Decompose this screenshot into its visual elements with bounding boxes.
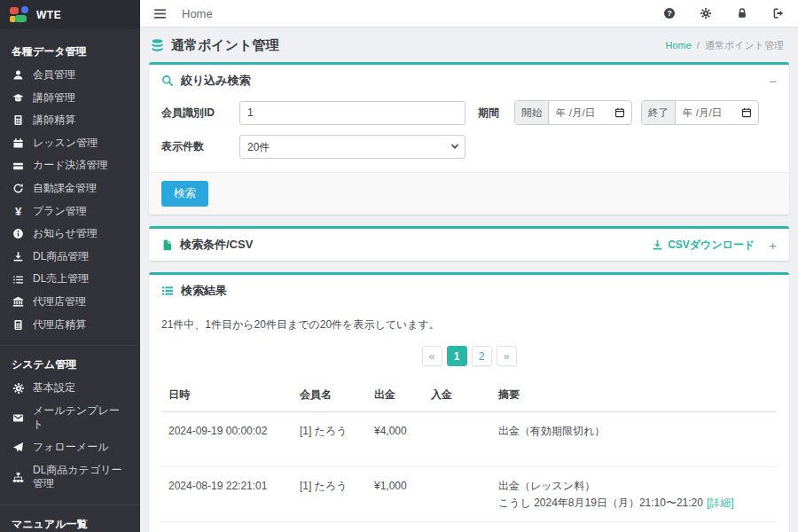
nav-section-system: システム管理 基本設定 メールテンプレート フォローメール DL商品カテゴリー管… [0,345,140,501]
sidebar-item-instructor-management[interactable]: 講師管理 [0,87,140,110]
sidebar-item-member-management[interactable]: 会員管理 [0,64,140,87]
gear-icon[interactable] [700,7,712,20]
bank-icon [12,296,25,308]
sidebar-item-label: 講師管理 [33,91,75,106]
user-icon [12,69,25,81]
results-card-title: 検索結果 [181,283,227,299]
credit-card-icon [12,160,25,172]
sidebar-item-auto-billing-management[interactable]: 自動課金管理 [0,177,140,200]
filter-footer: 検索 [149,172,789,215]
nav-section-manual: マニュアル一覧 WTE操作マニュアル [0,505,140,532]
column-header-withdraw: 出金 [367,379,424,412]
results-card-header: 検索結果 [149,275,789,307]
sidebar-item-follow-mail[interactable]: フォローメール [0,436,140,459]
page-title: 通常ポイント管理 [150,37,278,54]
sidebar: WTE 各種データ管理 会員管理 講師管理 講師精算 [0,0,140,532]
cell-withdraw: ¥1,000 [367,467,424,522]
breadcrumb-home-link[interactable]: Home [665,40,691,51]
per-page-label: 表示件数 [161,139,239,154]
start-date-value: 年 /月/日 [549,106,613,120]
sidebar-item-dl-product-management[interactable]: DL商品管理 [0,246,140,269]
info-icon [12,228,25,239]
app-window: WTE 各種データ管理 会員管理 講師管理 講師精算 [0,0,798,532]
calculator-icon [12,114,25,126]
sidebar-item-news-management[interactable]: お知らせ管理 [0,223,140,246]
sidebar-item-dl-product-category-management[interactable]: DL商品カテゴリー管理 [0,459,140,496]
column-header-member: 会員名 [293,379,367,412]
topbar-home-link[interactable]: Home [182,7,213,20]
results-list-icon [161,285,174,297]
logo-text: WTE [36,9,61,21]
menu-icon[interactable] [153,7,167,20]
filter-card-title: 絞り込み検索 [181,73,251,89]
end-date-input[interactable]: 終了 年 /月/日 [641,100,759,125]
detail-link[interactable]: [詳細] [707,497,734,509]
lock-icon[interactable] [736,7,748,20]
cell-deposit [424,412,491,467]
topbar: Home ? [140,0,798,27]
breadcrumb-separator: / [697,40,700,51]
filter-card: 絞り込み検索 − 会員識別ID 期間 開始 年 /月/日 [149,62,789,215]
sidebar-item-label: 講師精算 [33,113,75,128]
topbar-actions: ? [663,7,785,20]
page-content: 通常ポイント管理 Home / 通常ポイント管理 絞り込み検索 − [140,27,798,532]
list-icon [12,274,25,286]
pagination-page-2[interactable]: 2 [472,346,492,366]
table-row: 2024-08-19 22:21:01 [1] たろう ¥1,000 出金（レッ… [161,467,777,522]
pagination-page-1[interactable]: 1 [447,346,467,366]
column-header-summary: 摘要 [491,379,777,412]
sidebar-item-label: お知らせ管理 [33,227,98,241]
sitemap-icon [12,472,25,483]
logout-icon[interactable] [772,7,785,20]
sidebar-item-label: 会員管理 [33,68,75,82]
envelope-icon [12,412,25,424]
cell-summary: 出金（有効期限切れ） [491,412,777,467]
coins-icon [150,38,165,53]
breadcrumb-current: 通常ポイント管理 [705,40,784,51]
pagination-prev-button[interactable]: « [422,346,442,366]
nav-section-title: マニュアル一覧 [0,509,140,532]
csv-download-link[interactable]: CSVダウンロード [652,238,755,253]
cell-summary: 出金（レッスン料） こうし 2024年8月19日（月）21:00〜21:10[詳… [491,522,777,532]
sidebar-item-label: DL商品管理 [33,250,89,264]
paper-plane-icon [12,442,25,453]
csv-card-title: 検索条件/CSV [180,237,253,253]
collapse-icon[interactable]: − [769,74,777,88]
sidebar-item-card-payment-management[interactable]: カード決済管理 [0,154,140,177]
cell-member: [1] たろう [293,467,367,522]
calendar-picker-icon[interactable] [739,107,758,118]
member-id-input[interactable] [239,101,466,125]
page-head: 通常ポイント管理 Home / 通常ポイント管理 [140,27,798,62]
sidebar-item-basic-settings[interactable]: 基本設定 [0,377,140,400]
cell-member: [1] たろう [293,412,367,467]
refresh-icon [12,183,25,194]
calculator-icon [12,319,25,331]
calendar-picker-icon[interactable] [613,107,631,118]
pagination-next-button[interactable]: » [497,346,517,366]
sidebar-item-mail-template[interactable]: メールテンプレート [0,400,140,436]
help-icon[interactable]: ? [663,7,676,20]
expand-icon[interactable]: + [769,239,777,252]
pagination: « 1 2 » [161,346,777,366]
sidebar-item-label: DL商品カテゴリー管理 [33,464,129,491]
sidebar-item-label: フォローメール [33,441,108,455]
per-page-select[interactable]: 20件 [239,135,466,159]
member-id-label: 会員識別ID [161,106,239,121]
search-icon [161,74,174,87]
sidebar-item-plan-management[interactable]: ¥ プラン管理 [0,200,140,223]
download-icon [12,251,25,262]
sidebar-item-lesson-management[interactable]: レッスン管理 [0,132,140,155]
end-date-value: 年 /月/日 [676,106,739,120]
sidebar-item-dl-sales-management[interactable]: DL売上管理 [0,268,140,291]
start-date-input[interactable]: 開始 年 /月/日 [514,100,632,125]
results-summary: 21件中、1件目から20件目までの20件を表示しています。 [161,317,777,332]
search-button[interactable]: 検索 [161,181,208,207]
sidebar-item-agency-management[interactable]: 代理店管理 [0,291,140,314]
csv-card: 検索条件/CSV CSVダウンロード + [149,226,789,261]
sidebar-item-label: 基本設定 [33,381,75,395]
logo[interactable]: WTE [0,0,140,29]
sidebar-item-agency-settlement[interactable]: 代理店精算 [0,314,140,337]
sidebar-item-label: 代理店管理 [33,295,86,309]
sidebar-item-instructor-settlement[interactable]: 講師精算 [0,109,140,132]
main-area: Home ? 通常ポイント管理 Home / 通常ポイント管理 [140,0,798,532]
